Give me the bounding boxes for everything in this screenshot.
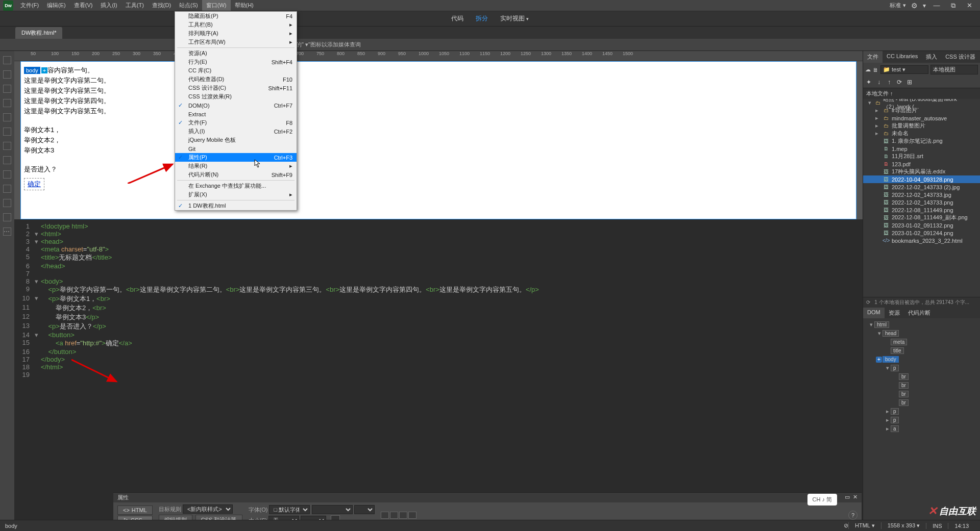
help-icon[interactable]: ? (848, 511, 857, 520)
menu-item[interactable]: 代码检查器(D)F10 (175, 75, 297, 84)
dom-node[interactable]: ▸p (865, 416, 978, 424)
file-tree-row[interactable]: ▾🗀站点 - test (D:\tools\桌面\work（2）\work (.… (863, 99, 980, 107)
file-tree-row[interactable]: 🖼2022-12-02_143733.png (863, 198, 980, 206)
dom-node[interactable]: br (865, 398, 978, 407)
code-line[interactable]: 17</body> (14, 356, 863, 363)
code-line[interactable]: 12 举例文本3</p> (14, 313, 863, 322)
menu-item[interactable]: Extract (175, 110, 297, 118)
file-tree-row[interactable]: 🖼2023-01-02_091132.png (863, 221, 980, 229)
files-icon[interactable]: 🗎 (873, 67, 878, 73)
close-button[interactable]: ✕ (964, 2, 975, 10)
file-tree-row[interactable]: ▸🗀未命名 (863, 130, 980, 137)
code-line[interactable]: 19 (14, 371, 863, 378)
tab-insert[interactable]: 插入 (922, 51, 941, 63)
menu-item[interactable]: CSS 设计器(C)Shift+F11 (175, 84, 297, 92)
workspace-dropdown[interactable]: 标准 ▾ (890, 2, 906, 9)
menu-8[interactable]: 帮助(H) (231, 0, 258, 11)
target-rule-select[interactable]: <新内联样式> (183, 504, 233, 514)
panel-close-icon[interactable]: ✕ (853, 494, 857, 501)
code-line[interactable]: 5<title>无标题文档</title> (14, 253, 863, 262)
file-tree-row[interactable]: 🖼2022-12-08_111449.png (863, 206, 980, 214)
menu-item[interactable]: 工作区布局(W)▸ (175, 38, 297, 46)
menu-item[interactable]: CSS 过渡效果(R) (175, 92, 297, 101)
tab-dom[interactable]: DOM (863, 308, 885, 318)
menu-1[interactable]: 编辑(E) (43, 0, 70, 11)
menu-item[interactable]: 隐藏面板(P)F4 (175, 12, 297, 20)
menu-item[interactable]: 插入(I)Ctrl+F2 (175, 127, 297, 136)
code-line[interactable]: 9 <p>举例文字内容第一句。<br>这里是举例文字内容第二句。<br>这里是举… (14, 285, 863, 294)
files-column-header[interactable]: 本地文件 ↑ (863, 88, 980, 99)
tool-more-icon[interactable]: ⋯ (3, 227, 11, 236)
align-center-icon[interactable] (390, 512, 398, 519)
refresh-icon[interactable]: ⟳ (866, 299, 870, 305)
menu-item[interactable]: 扩展(X)▸ (175, 190, 297, 199)
tool-list-icon[interactable] (3, 199, 11, 207)
cloud-icon[interactable]: ☁ (865, 66, 871, 73)
tab-css-designer[interactable]: CSS 设计器 (941, 51, 979, 63)
tool-file-icon[interactable] (3, 56, 11, 64)
align-justify-icon[interactable] (408, 512, 416, 519)
design-view[interactable]: body+容内容第一句。 这里是举例文字内容第二句。 这里是举例文字内容第三句。… (20, 61, 856, 219)
view-split[interactable]: 拆分 (476, 14, 488, 23)
code-view[interactable]: 1<!doctype html>2▾<html>3▾<head>4<meta c… (14, 219, 863, 520)
file-tree-row[interactable]: 🗎11月28日.srt (863, 153, 980, 160)
dom-node[interactable]: meta (865, 338, 978, 346)
media-query-bar[interactable]: 的" ▾"图标以添加媒体查询 (0, 39, 980, 51)
get-icon[interactable]: ↑ (886, 79, 893, 86)
tool-device-icon[interactable] (3, 170, 11, 179)
menu-item[interactable]: ✓文件(F)F8 (175, 118, 297, 127)
dom-node[interactable]: br (865, 381, 978, 390)
status-dimensions[interactable]: 1558 x 393 ▾ (881, 522, 926, 529)
gear-dropdown-icon[interactable]: ▾ (923, 2, 926, 9)
menu-item[interactable]: ✓1 DW教程.html (175, 201, 297, 210)
align-right-icon[interactable] (399, 512, 407, 519)
tool-mobile-icon[interactable] (3, 70, 11, 79)
menu-2[interactable]: 查看(V) (70, 0, 97, 11)
code-line[interactable]: 6</head> (14, 262, 863, 270)
minimize-button[interactable]: — (931, 2, 942, 10)
dom-tree[interactable]: ▾html▾headmetatitle▾body▾pbrbrbrbr▸p▸p▸a (863, 318, 980, 520)
menu-4[interactable]: 工具(T) (121, 0, 148, 11)
view-select[interactable]: 本地视图 (930, 65, 978, 74)
tool-manage-icon[interactable] (3, 85, 11, 93)
code-line[interactable]: 16 </button> (14, 348, 863, 356)
element-badge-plus[interactable]: + (41, 67, 47, 73)
font-style-select[interactable] (312, 505, 353, 514)
file-tree-row[interactable]: 🗎1.mep (863, 145, 980, 153)
font-weight-select[interactable] (354, 505, 375, 514)
element-badge-body[interactable]: body (24, 67, 40, 74)
put-icon[interactable]: ↓ (875, 79, 883, 86)
code-line[interactable]: 8▾<body> (14, 277, 863, 285)
menu-5[interactable]: 查找(D) (148, 0, 175, 11)
status-error-icon[interactable]: ⊘ (844, 522, 848, 529)
menu-0[interactable]: 文件(F) (16, 0, 43, 11)
menu-7[interactable]: 窗口(W) (202, 0, 231, 11)
props-html-tab[interactable]: <> HTML (117, 505, 153, 515)
file-tree-row[interactable]: 🖼1. 康奈尔笔记法.png (863, 137, 980, 145)
file-tree-row[interactable]: 🗎123.pdf (863, 160, 980, 168)
dom-node[interactable]: br (865, 390, 978, 398)
view-code[interactable]: 代码 (451, 14, 463, 23)
status-tag-path[interactable]: body (5, 523, 17, 529)
design-button-link[interactable]: 确定 (24, 178, 44, 190)
dom-node[interactable]: br (865, 372, 978, 381)
menu-item[interactable]: 代码片断(N)Shift+F9 (175, 170, 297, 179)
tool-colors-icon[interactable] (3, 213, 11, 221)
code-line[interactable]: 1<!doctype html> (14, 222, 863, 230)
menu-3[interactable]: 插入(I) (96, 0, 121, 11)
code-line[interactable]: 14▾ <button> (14, 331, 863, 339)
file-tree-row[interactable]: 🖼17种头脑风暴法.eddx (863, 168, 980, 175)
dom-node[interactable]: title (865, 346, 978, 355)
dom-node[interactable]: ▾html (865, 320, 978, 329)
menu-item[interactable]: jQuery Mobile 色板 (175, 136, 297, 144)
code-line[interactable]: 4<meta charset="utf-8"> (14, 245, 863, 253)
code-line[interactable]: 13 <p>是否进入？</p> (14, 322, 863, 331)
tool-live-icon[interactable] (3, 142, 11, 150)
expand-icon[interactable]: ⊞ (906, 79, 913, 86)
file-tree-row[interactable]: ▸🗀批量调整图片 (863, 122, 980, 130)
menu-item[interactable]: ✓DOM(O)Ctrl+F7 (175, 101, 297, 110)
gear-icon[interactable]: ⚙ (911, 2, 918, 10)
code-line[interactable]: 11 举例文本2，<br> (14, 304, 863, 313)
menu-item[interactable]: CC 库(C) (175, 66, 297, 75)
tool-expand-icon[interactable] (3, 113, 11, 121)
